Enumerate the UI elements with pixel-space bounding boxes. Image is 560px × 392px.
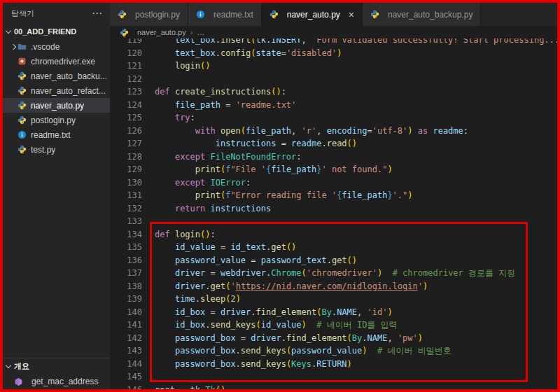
line-number[interactable]: 121 — [110, 59, 155, 73]
line-number[interactable]: 139 — [110, 293, 155, 306]
outline-item-get_mac_address[interactable]: get_mac_address — [3, 374, 110, 389]
more-actions-icon[interactable]: ⋯ — [92, 7, 103, 20]
line-text: time.sleep(2) — [155, 293, 557, 306]
line-number[interactable]: 141 — [110, 318, 155, 332]
python-icon — [370, 10, 384, 19]
line-number[interactable]: 127 — [110, 137, 155, 150]
line-text: password_value = password_text.get() — [155, 254, 557, 267]
code-line-137[interactable]: 137 driver = webdriver.Chrome('chromedri… — [110, 267, 557, 280]
line-text: driver = webdriver.Chrome('chromedriver'… — [155, 267, 557, 280]
code-line-126[interactable]: 126 with open(file_path, 'r', encoding='… — [110, 125, 557, 138]
code-line-135[interactable]: 135 id_value = id_text.get() — [110, 241, 557, 254]
tab-bar: postlogin.pyreadme.txtnaver_auto.py×nave… — [110, 3, 557, 26]
code-line-143[interactable]: 143 password_box.send_keys(password_valu… — [110, 344, 557, 358]
outline-section: 개요 get_mac_address — [3, 358, 110, 389]
line-number[interactable]: 120 — [110, 47, 155, 60]
breadcrumb[interactable]: naver_auto.py › … — [110, 26, 557, 38]
line-number[interactable]: 142 — [110, 332, 155, 345]
sidebar-item-naver_auto_refact...[interactable]: naver_auto_refact... — [3, 83, 110, 98]
line-number[interactable]: 136 — [110, 254, 155, 267]
code-line-131[interactable]: 131 print(f"Error reading file '{file_pa… — [110, 189, 557, 202]
file-label: chromedriver.exe — [31, 57, 95, 66]
code-line-138[interactable]: 138 driver.get('https://nid.naver.com/ni… — [110, 280, 557, 293]
file-label: .vscode — [31, 42, 59, 52]
line-number[interactable]: 123 — [110, 85, 155, 99]
explorer-title: 탐색기 — [11, 8, 34, 19]
sidebar-item-chromedriver.exe[interactable]: chromedriver.exe — [3, 54, 110, 69]
line-number[interactable]: 131 — [110, 189, 155, 202]
sidebar-item-test.py[interactable]: test.py — [3, 142, 110, 157]
sidebar-item-naver_auto_backu...[interactable]: naver_auto_backu... — [3, 69, 110, 83]
outline-header[interactable]: 개요 — [3, 358, 110, 374]
folder-section-header[interactable]: 00_ADD_FRIEND — [3, 24, 110, 39]
code-line-123[interactable]: 123def create_instructions(): — [110, 85, 557, 99]
line-text: password_box.send_keys(Keys.RETURN) — [155, 358, 557, 371]
code-line-122[interactable]: 122 — [110, 73, 557, 86]
line-number[interactable]: 143 — [110, 344, 155, 358]
chevron-right-icon — [8, 45, 18, 49]
info-icon — [18, 130, 31, 139]
file-label: naver_auto_backu... — [31, 71, 107, 81]
line-text: with open(file_path, 'r', encoding='utf-… — [155, 125, 557, 138]
line-number[interactable]: 144 — [110, 358, 155, 371]
outline-title: 개요 — [14, 361, 29, 372]
code-editor[interactable]: 119 text_box.insert(tk.INSERT, 'Form val… — [110, 38, 557, 389]
sidebar-header: 탐색기 ⋯ — [3, 3, 110, 24]
line-text — [155, 215, 557, 228]
tab-readme.txt[interactable]: readme.txt — [188, 3, 262, 26]
breadcrumb-file[interactable]: naver_auto.py — [137, 28, 186, 36]
line-number[interactable]: 130 — [110, 176, 155, 190]
line-number[interactable]: 119 — [110, 38, 155, 47]
code-line-142[interactable]: 142 password_box = driver.find_element(B… — [110, 332, 557, 345]
line-number[interactable]: 132 — [110, 202, 155, 216]
code-line-140[interactable]: 140 id_box = driver.find_element(By.NAME… — [110, 306, 557, 319]
line-text: def create_instructions(): — [155, 85, 557, 99]
code-line-133[interactable]: 133 — [110, 215, 557, 228]
code-line-120[interactable]: 120 text_box.config(state='disabled') — [110, 47, 557, 60]
line-number[interactable]: 124 — [110, 99, 155, 112]
code-line-130[interactable]: 130 except IOError: — [110, 176, 557, 190]
code-line-119[interactable]: 119 text_box.insert(tk.INSERT, 'Form val… — [110, 38, 557, 47]
code-line-132[interactable]: 132 return instructions — [110, 202, 557, 216]
code-line-127[interactable]: 127 instructions = readme.read() — [110, 137, 557, 150]
tab-postlogin.py[interactable]: postlogin.py — [110, 3, 188, 26]
line-number[interactable]: 122 — [110, 73, 155, 86]
line-number[interactable]: 140 — [110, 306, 155, 319]
breadcrumb-rest[interactable]: … — [197, 28, 204, 36]
code-lines: 119 text_box.insert(tk.INSERT, 'Form val… — [110, 38, 557, 389]
code-line-146[interactable]: 146root = tk.Tk() — [110, 384, 557, 390]
sidebar-item-.vscode[interactable]: .vscode — [3, 39, 110, 54]
code-line-124[interactable]: 124 file_path = 'readme.txt' — [110, 99, 557, 112]
code-line-129[interactable]: 129 print(f"File '{file_path}' not found… — [110, 163, 557, 176]
line-number[interactable]: 146 — [110, 384, 155, 390]
line-number[interactable]: 134 — [110, 228, 155, 241]
code-line-145[interactable]: 145 — [110, 370, 557, 384]
code-line-125[interactable]: 125 try: — [110, 111, 557, 125]
line-number[interactable]: 135 — [110, 241, 155, 254]
tab-naver_auto.py[interactable]: naver_auto.py× — [262, 3, 363, 26]
outline-items: get_mac_address — [3, 374, 110, 389]
sidebar-item-naver_auto.py[interactable]: naver_auto.py — [3, 98, 110, 113]
close-icon[interactable]: × — [349, 10, 354, 20]
line-number[interactable]: 125 — [110, 111, 155, 125]
line-number[interactable]: 137 — [110, 267, 155, 280]
sidebar-item-postlogin.py[interactable]: postlogin.py — [3, 113, 110, 127]
line-number[interactable]: 138 — [110, 280, 155, 293]
code-line-141[interactable]: 141 id_box.send_keys(id_value) # 네이버 ID를… — [110, 318, 557, 332]
code-line-144[interactable]: 144 password_box.send_keys(Keys.RETURN) — [110, 358, 557, 371]
code-line-128[interactable]: 128 except FileNotFoundError: — [110, 150, 557, 164]
line-number[interactable]: 133 — [110, 215, 155, 228]
code-line-134[interactable]: 134def login(): — [110, 228, 557, 241]
chevron-down-icon — [6, 27, 11, 33]
line-number[interactable]: 128 — [110, 150, 155, 164]
sidebar-item-readme.txt[interactable]: readme.txt — [3, 127, 110, 142]
code-line-121[interactable]: 121 login() — [110, 59, 557, 73]
line-number[interactable]: 129 — [110, 163, 155, 176]
line-number[interactable]: 145 — [110, 370, 155, 384]
code-line-136[interactable]: 136 password_value = password_text.get() — [110, 254, 557, 267]
line-number[interactable]: 126 — [110, 125, 155, 138]
tab-naver_auto_backup.py[interactable]: naver_auto_backup.py — [363, 3, 481, 26]
section-label: 00_ADD_FRIEND — [14, 27, 76, 36]
code-line-139[interactable]: 139 time.sleep(2) — [110, 293, 557, 306]
explorer-sidebar: 탐색기 ⋯ 00_ADD_FRIEND .vscodechromedriver.… — [3, 3, 110, 389]
